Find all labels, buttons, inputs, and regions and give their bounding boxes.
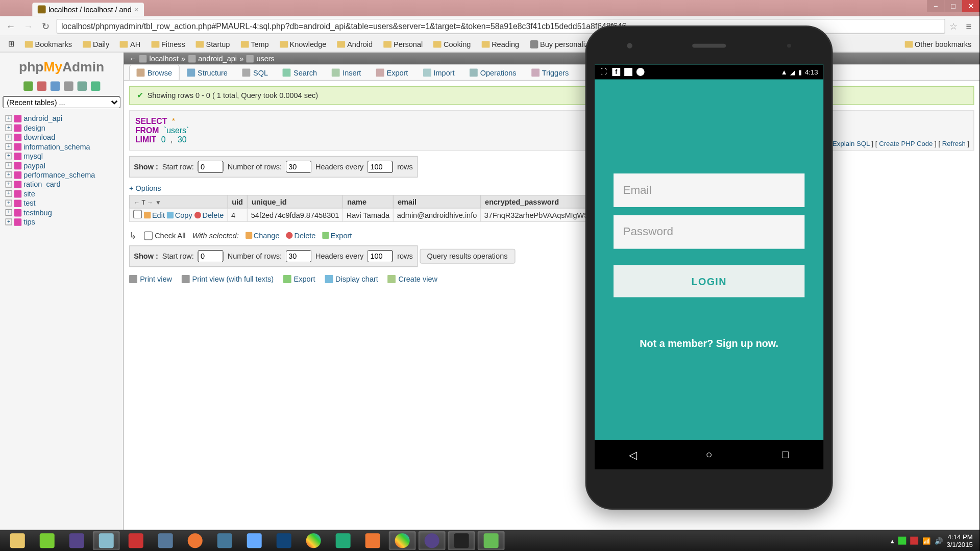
taskbar-item[interactable] xyxy=(389,531,416,550)
num-rows-input[interactable] xyxy=(286,161,311,173)
tab-sql[interactable]: SQL xyxy=(235,65,275,80)
refresh-link[interactable]: Refresh xyxy=(942,140,966,147)
taskbar-item[interactable] xyxy=(300,531,327,550)
expand-icon[interactable]: + xyxy=(6,124,12,131)
home-button[interactable]: ○ xyxy=(702,448,716,461)
reload-button[interactable]: ↻ xyxy=(39,19,52,33)
tab-operations[interactable]: Operations xyxy=(462,65,524,80)
sort-header[interactable]: ← T → ▼ xyxy=(130,195,228,208)
column-header[interactable]: uid xyxy=(228,195,248,208)
create-php-link[interactable]: Create PHP Code xyxy=(879,140,933,147)
edit-button[interactable]: Edit xyxy=(144,211,165,219)
bookmark-item[interactable]: Fitness xyxy=(147,39,189,49)
create-view-link[interactable]: Create view xyxy=(387,275,437,283)
taskbar-item[interactable] xyxy=(122,531,150,550)
expand-icon[interactable]: + xyxy=(6,199,12,206)
collapse-icon[interactable]: ← xyxy=(129,55,136,63)
network-icon[interactable]: 📶 xyxy=(922,537,930,544)
tab-close-icon[interactable]: × xyxy=(134,6,138,14)
db-node[interactable]: +tips xyxy=(6,217,118,227)
tab-structure[interactable]: Structure xyxy=(179,65,235,80)
bulk-change[interactable]: Change xyxy=(246,231,280,239)
apps-button[interactable]: ⊞ xyxy=(4,38,18,49)
password-field[interactable]: Password xyxy=(614,215,804,249)
tray-icon[interactable] xyxy=(910,537,918,545)
expand-icon[interactable]: + xyxy=(6,218,12,225)
taskbar-item[interactable] xyxy=(448,531,475,550)
db-node[interactable]: +paypal xyxy=(6,161,118,170)
expand-icon[interactable]: + xyxy=(6,143,12,150)
recent-tables-select[interactable]: (Recent tables) ... xyxy=(3,96,120,108)
db-node[interactable]: +ration_card xyxy=(6,180,118,189)
taskbar-item[interactable] xyxy=(241,531,268,550)
copy-button[interactable]: Copy xyxy=(167,211,192,219)
expand-icon[interactable]: + xyxy=(6,153,12,159)
db-node[interactable]: +mysql xyxy=(6,152,118,161)
bookmark-item[interactable]: AH xyxy=(116,39,144,49)
bookmark-item[interactable]: Cooking xyxy=(429,39,475,49)
check-all[interactable]: Check All xyxy=(144,231,186,240)
bookmark-item[interactable]: Android xyxy=(333,39,377,49)
expand-icon[interactable]: + xyxy=(6,181,12,188)
email-field[interactable]: Email xyxy=(614,173,804,207)
bookmark-item[interactable]: Personal xyxy=(379,39,427,49)
display-chart-link[interactable]: Display chart xyxy=(325,275,378,283)
breadcrumb-table[interactable]: users xyxy=(256,55,274,63)
headers-every-input[interactable] xyxy=(368,250,393,262)
bulk-delete[interactable]: Delete xyxy=(286,231,316,239)
num-rows-input[interactable] xyxy=(286,250,311,262)
recent-button[interactable]: □ xyxy=(778,448,792,461)
column-header[interactable]: email xyxy=(393,195,480,208)
taskbar-item[interactable] xyxy=(182,531,209,550)
check-all-checkbox[interactable] xyxy=(144,231,153,240)
window-maximize-button[interactable]: □ xyxy=(944,0,962,12)
print-view-link[interactable]: Print view xyxy=(129,275,172,283)
taskbar-item[interactable] xyxy=(271,531,298,550)
forward-button[interactable]: → xyxy=(21,19,35,33)
row-checkbox[interactable] xyxy=(133,210,142,218)
bookmark-item[interactable]: Knowledge xyxy=(276,39,330,49)
browser-tab[interactable]: localhost / localhost / and × xyxy=(32,3,144,16)
print-view-full-link[interactable]: Print view (with full texts) xyxy=(181,275,274,283)
taskbar-item[interactable] xyxy=(93,531,120,550)
back-button[interactable]: ◁ xyxy=(626,448,640,461)
sql-icon[interactable] xyxy=(50,81,59,90)
taskbar-item[interactable] xyxy=(211,531,238,550)
taskbar-item[interactable] xyxy=(478,531,505,550)
home-icon[interactable] xyxy=(23,81,32,90)
breadcrumb-db[interactable]: android_api xyxy=(198,55,237,63)
other-bookmarks[interactable]: Other bookmarks xyxy=(900,39,975,49)
bookmark-item[interactable]: Startup xyxy=(192,39,234,49)
bookmarks-folder[interactable]: Bookmarks xyxy=(21,39,76,49)
db-node[interactable]: +information_schema xyxy=(6,142,118,151)
window-minimize-button[interactable]: − xyxy=(927,0,944,12)
tray-icon[interactable] xyxy=(898,537,906,545)
start-row-input[interactable] xyxy=(198,250,224,262)
taskbar-item[interactable] xyxy=(4,531,31,550)
bookmark-item[interactable]: Daily xyxy=(79,39,113,49)
taskbar-item[interactable] xyxy=(152,531,179,550)
taskbar-item[interactable] xyxy=(34,531,61,550)
delete-button[interactable]: Delete xyxy=(194,211,224,219)
back-button[interactable]: ← xyxy=(4,19,17,33)
column-header[interactable]: name xyxy=(343,195,394,208)
expand-icon[interactable]: + xyxy=(6,134,12,140)
column-header[interactable]: unique_id xyxy=(248,195,343,208)
db-node[interactable]: +test xyxy=(6,198,118,208)
tray-expand-icon[interactable]: ▴ xyxy=(891,537,894,544)
taskbar-clock[interactable]: 4:14 PM 3/1/2015 xyxy=(947,533,973,548)
logout-icon[interactable] xyxy=(37,81,46,90)
bookmark-star-icon[interactable]: ☆ xyxy=(949,20,958,31)
bookmark-item[interactable]: Temp xyxy=(237,39,273,49)
window-close-button[interactable]: ✕ xyxy=(962,0,979,12)
options-toggle[interactable]: + Options xyxy=(129,182,974,195)
menu-icon[interactable]: ≡ xyxy=(962,19,975,33)
taskbar-item[interactable] xyxy=(63,531,90,550)
start-row-input[interactable] xyxy=(198,161,224,173)
expand-icon[interactable]: + xyxy=(6,115,12,121)
reload-icon[interactable] xyxy=(90,81,100,90)
db-node[interactable]: +testnbug xyxy=(6,208,118,217)
taskbar-item[interactable] xyxy=(359,531,386,550)
expand-icon[interactable]: + xyxy=(6,209,12,216)
taskbar-item[interactable] xyxy=(419,531,446,550)
